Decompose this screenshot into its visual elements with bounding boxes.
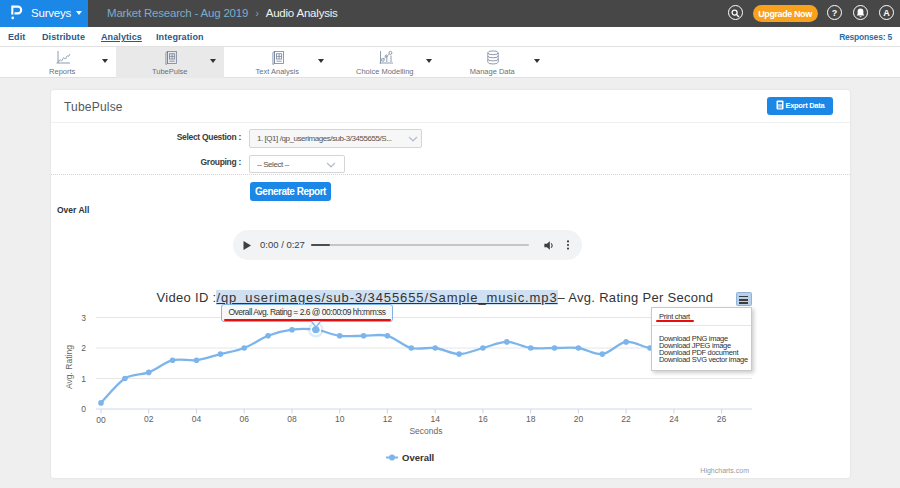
svg-text:0: 0 (81, 404, 86, 414)
svg-text:Avg. Rating: Avg. Rating (64, 345, 74, 389)
svg-text:26: 26 (717, 414, 727, 424)
svg-text:00: 00 (96, 415, 106, 425)
svg-text:Seconds: Seconds (409, 426, 442, 436)
svg-text:04: 04 (192, 414, 202, 424)
svg-text:10: 10 (335, 414, 345, 424)
svg-text:08: 08 (287, 414, 297, 424)
svg-text:20: 20 (574, 414, 584, 424)
svg-text:14: 14 (430, 414, 440, 424)
svg-text:22: 22 (621, 414, 631, 424)
svg-text:Highcharts.com: Highcharts.com (700, 467, 749, 475)
svg-text:3: 3 (81, 313, 86, 323)
svg-text:02: 02 (144, 414, 154, 424)
svg-text:06: 06 (239, 414, 249, 424)
svg-text:2: 2 (81, 343, 86, 353)
svg-text:16: 16 (478, 414, 488, 424)
svg-text:18: 18 (526, 414, 536, 424)
svg-text:12: 12 (383, 414, 393, 424)
svg-text:24: 24 (669, 414, 679, 424)
svg-text:Overall: Overall (402, 452, 434, 463)
svg-text:1: 1 (81, 374, 86, 384)
